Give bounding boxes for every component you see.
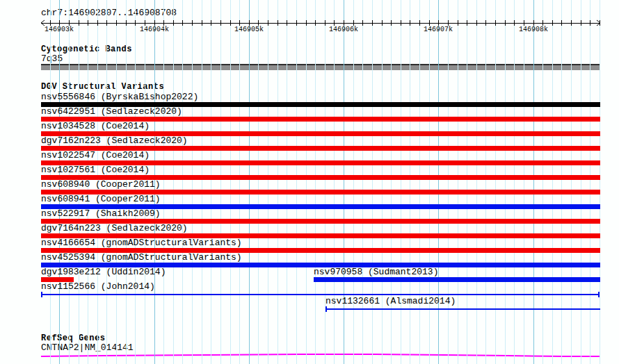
- ruler-tick: [382, 20, 383, 26]
- ruler-tick: [505, 20, 506, 26]
- ruler-tick: [581, 20, 581, 26]
- ruler-tick: [258, 20, 259, 26]
- variant-label[interactable]: nsv5556846 (ByrskaBishop2022): [41, 92, 198, 101]
- variant-label[interactable]: nsv608941 (Cooper2011): [41, 195, 161, 204]
- ruler-tick: [533, 20, 534, 26]
- ruler-tick: [410, 20, 410, 26]
- ruler-tick: [59, 20, 60, 26]
- ruler-tick: [600, 20, 600, 26]
- variant-span-start-tick: [41, 292, 42, 297]
- grid-line: [315, 0, 316, 364]
- ruler-tick: [334, 20, 335, 26]
- ruler-tick: [239, 20, 240, 26]
- ruler-tick: [154, 20, 155, 26]
- genome-browser-panel: chr7:146902807..146908708 Cytogenetic Ba…: [0, 0, 619, 364]
- ruler-tick: [325, 20, 325, 26]
- ruler-tick: [163, 20, 164, 26]
- variant-label[interactable]: nsv608940 (Cooper2011): [41, 180, 161, 189]
- variant-label[interactable]: nsv6422951 (Sedlazeck2020): [41, 107, 182, 116]
- gene-intron-line[interactable]: [41, 354, 600, 356]
- ruler-tick: [116, 20, 117, 26]
- section-header-cytogenetic-bands: Cytogenetic Bands: [41, 45, 132, 53]
- ruler-tick: [467, 20, 467, 26]
- ruler-tick: [571, 20, 572, 26]
- variant-label[interactable]: nsv522917 (Shaikh2009): [41, 209, 161, 218]
- ruler-tick: [145, 20, 145, 26]
- ruler-tick: [485, 20, 486, 26]
- ruler-tick: [590, 20, 590, 26]
- variant-label[interactable]: nsv1152566 (John2014): [41, 282, 155, 291]
- ruler-tick: [353, 20, 354, 26]
- grid-line: [163, 0, 164, 364]
- ruler-tick: [448, 20, 449, 26]
- grid-line: [220, 0, 221, 364]
- ruler-tick: [202, 20, 202, 26]
- ruler-tick: [50, 20, 51, 26]
- grid-line: [258, 0, 259, 364]
- ruler-tick: [458, 20, 458, 26]
- ruler-tick: [476, 20, 477, 26]
- variant-label[interactable]: dgv1983e212 (Uddin2014): [41, 267, 166, 276]
- ruler-tick: [182, 20, 183, 26]
- ruler-tick: [438, 20, 439, 26]
- ruler-tick: [495, 20, 496, 26]
- ruler-tick: [552, 20, 553, 26]
- ruler-tick: [362, 20, 363, 26]
- ruler-tick: [296, 20, 297, 26]
- ruler-tick-label: 146904k: [132, 26, 177, 33]
- variant-span-line[interactable]: [325, 308, 600, 310]
- ruler-tick: [344, 20, 344, 26]
- ruler-tick-label: 146905k: [227, 26, 271, 33]
- ruler-tick-label: 146903k: [37, 26, 81, 33]
- ruler-tick: [278, 20, 278, 26]
- ruler-tick: [192, 20, 193, 26]
- ruler-tick: [220, 20, 221, 26]
- ruler-tick: [97, 20, 98, 26]
- ruler-tick: [561, 20, 562, 26]
- variant-label[interactable]: nsv4166654 (gnomADStructuralVariants): [41, 238, 242, 247]
- grid-line: [239, 0, 240, 364]
- ruler-tick: [268, 20, 268, 26]
- grid-line: [230, 0, 231, 364]
- variant-label[interactable]: nsv1022547 (Coe2014): [41, 151, 150, 160]
- variant-label[interactable]: nsv970958 (Sudmant2013): [314, 267, 438, 276]
- variant-label[interactable]: nsv4525394 (gnomADStructuralVariants): [41, 253, 242, 262]
- ruler-tick: [514, 20, 515, 26]
- variant-label[interactable]: nsv1027561 (Coe2014): [41, 165, 150, 174]
- grid-line: [173, 0, 174, 364]
- grid-line: [306, 0, 307, 364]
- variant-label[interactable]: nsv1034528 (Coe2014): [41, 122, 150, 131]
- ruler-tick: [230, 20, 231, 26]
- variant-span-start-tick: [325, 306, 327, 312]
- variant-span-end-tick: [598, 292, 600, 297]
- variant-bar[interactable]: [314, 277, 600, 282]
- region-title: chr7:146902807..146908708: [41, 8, 177, 17]
- grid-line: [202, 0, 202, 364]
- grid-line: [249, 0, 250, 364]
- variant-label[interactable]: dgv7164n223 (Sedlazeck2020): [41, 224, 188, 233]
- grid-line: [192, 0, 193, 364]
- ruler-tick: [211, 20, 211, 26]
- grid-line: [211, 0, 211, 364]
- ruler-tick: [315, 20, 316, 26]
- variant-label[interactable]: nsv1132661 (Alsmadi2014): [325, 297, 456, 306]
- ruler-tick-label: 146906k: [321, 26, 366, 33]
- ruler-tick: [429, 20, 430, 26]
- ruler-tick: [173, 20, 174, 26]
- variant-span-line[interactable]: [41, 294, 599, 295]
- ruler-tick: [88, 20, 88, 26]
- ruler-tick: [287, 20, 287, 26]
- ruler-tick: [106, 20, 107, 26]
- ruler-tick: [249, 20, 250, 26]
- variant-label[interactable]: dgv7162n223 (Sedlazeck2020): [41, 136, 188, 145]
- grid-line: [268, 0, 268, 364]
- grid-line: [182, 0, 183, 364]
- ruler-tick: [542, 20, 543, 26]
- ruler-tick-label: 146907k: [416, 26, 460, 33]
- grid-line: [278, 0, 278, 364]
- ruler-tick: [306, 20, 307, 26]
- ruler-tick: [391, 20, 392, 26]
- ruler-tick: [372, 20, 373, 26]
- cytoband-bar[interactable]: [41, 64, 600, 70]
- ruler-tick-label: 146908k: [511, 26, 556, 33]
